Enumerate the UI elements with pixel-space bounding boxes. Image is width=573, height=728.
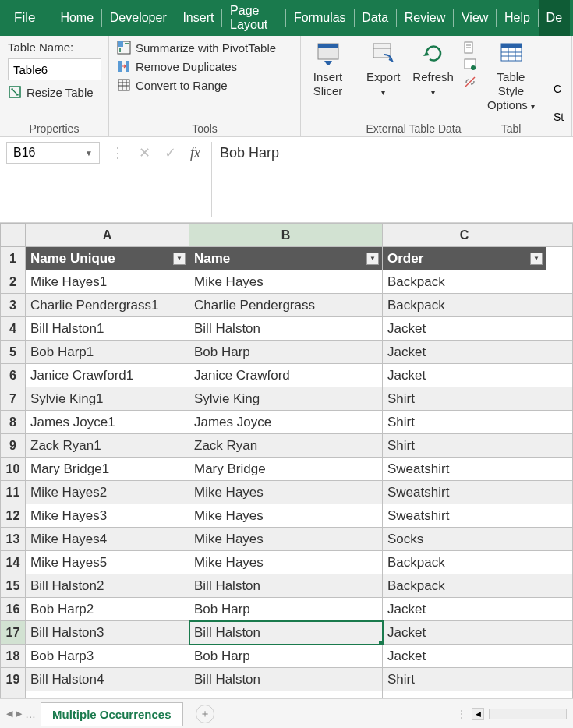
row-header[interactable]: 6 — [1, 364, 26, 387]
cell[interactable]: Mike Hayes — [189, 504, 383, 528]
cell[interactable]: Bob Harp — [189, 598, 383, 621]
table-header-cell[interactable]: Name Unique▼ — [26, 247, 189, 270]
cell[interactable]: Bob Harn — [189, 691, 383, 699]
cell[interactable] — [546, 598, 573, 621]
cell[interactable]: Bill Halston3 — [26, 621, 189, 645]
row-header[interactable]: 1 — [1, 247, 26, 270]
cell[interactable]: Zack Ryan — [189, 434, 383, 458]
cell[interactable]: Mike Hayes1 — [26, 270, 189, 294]
cell[interactable]: Bob Harp1 — [26, 341, 189, 364]
cell[interactable] — [546, 270, 573, 294]
remove-duplicates-button[interactable]: Remove Duplicates — [117, 59, 292, 73]
cell[interactable]: Backpack — [383, 574, 546, 598]
cell[interactable]: Sweatshirt — [383, 504, 546, 528]
cell[interactable] — [546, 504, 573, 528]
cell[interactable]: Mike Hayes — [189, 551, 383, 574]
cell[interactable]: Shirt — [383, 691, 546, 699]
cell[interactable] — [546, 364, 573, 387]
column-header[interactable]: B — [189, 224, 383, 247]
cell[interactable] — [546, 411, 573, 434]
select-all-corner[interactable] — [1, 224, 26, 247]
cell[interactable]: Jacket — [383, 364, 546, 387]
sheet-nav-prev-icon[interactable]: ◀ — [6, 709, 12, 719]
row-header[interactable]: 2 — [1, 270, 26, 294]
cell[interactable] — [546, 528, 573, 551]
cell[interactable]: Jacket — [383, 598, 546, 621]
cell[interactable]: Zack Ryan1 — [26, 434, 189, 458]
ribbon-tab-developer[interactable]: Developer — [102, 0, 175, 36]
cell[interactable]: Backpack — [383, 294, 546, 317]
row-header[interactable]: 11 — [1, 481, 26, 504]
formula-input[interactable]: Bob Harp — [211, 142, 567, 217]
cell[interactable] — [546, 247, 573, 270]
sheet-options-icon[interactable]: ⋮ — [456, 708, 467, 720]
cell[interactable]: Jacket — [383, 341, 546, 364]
filter-dropdown-icon[interactable]: ▼ — [366, 253, 379, 265]
cell[interactable]: Mike Hayes — [189, 528, 383, 551]
cell[interactable]: Mike Hayes5 — [26, 551, 189, 574]
cell[interactable] — [546, 341, 573, 364]
column-header[interactable] — [546, 224, 573, 247]
cell[interactable]: Shirt — [383, 434, 546, 458]
column-header[interactable]: A — [26, 224, 189, 247]
column-header[interactable]: C — [383, 224, 546, 247]
row-header[interactable]: 14 — [1, 551, 26, 574]
cancel-icon[interactable]: ✕ — [139, 144, 150, 161]
cell[interactable]: Bill Halston1 — [26, 317, 189, 341]
cell[interactable]: Charlie Pendergrass — [189, 294, 383, 317]
cell[interactable]: Mike Hayes — [189, 481, 383, 504]
spreadsheet-grid[interactable]: ABC1Name Unique▼Name▼Order▼2Mike Hayes1M… — [0, 223, 573, 698]
cell[interactable] — [546, 481, 573, 504]
sheet-nav-next-icon[interactable]: ▶ — [16, 709, 22, 719]
ribbon-tab-home[interactable]: Home — [52, 0, 101, 36]
export-button[interactable]: Export▾ — [363, 41, 403, 98]
row-header[interactable]: 7 — [1, 387, 26, 411]
cell[interactable]: Sylvie King — [189, 387, 383, 411]
cell[interactable]: Bob Harn4 — [26, 691, 189, 699]
cell[interactable]: Charlie Pendergrass1 — [26, 294, 189, 317]
row-header[interactable]: 17 — [1, 621, 26, 645]
cell[interactable] — [546, 574, 573, 598]
ribbon-tab-formulas[interactable]: Formulas — [286, 0, 354, 36]
cell[interactable]: Bob Harp — [189, 645, 383, 668]
fx-icon[interactable]: fx — [190, 145, 200, 161]
insert-slicer-button[interactable]: InsertSlicer — [309, 41, 347, 98]
horizontal-scrollbar[interactable] — [489, 709, 567, 719]
cell[interactable] — [546, 434, 573, 458]
ribbon-tab-page-layout[interactable]: Page Layout — [222, 0, 285, 36]
row-header[interactable]: 13 — [1, 528, 26, 551]
row-header[interactable]: 20 — [1, 691, 26, 699]
scroll-left-icon[interactable]: ◀ — [472, 708, 484, 720]
cell[interactable] — [546, 387, 573, 411]
cell[interactable]: Jacket — [383, 645, 546, 668]
cell[interactable]: James Joyce1 — [26, 411, 189, 434]
row-header[interactable]: 4 — [1, 317, 26, 341]
row-header[interactable]: 16 — [1, 598, 26, 621]
ribbon-tab-file[interactable]: File — [3, 0, 52, 36]
ribbon-tab-view[interactable]: View — [454, 0, 496, 36]
cell[interactable] — [546, 317, 573, 341]
ribbon-tab-insert[interactable]: Insert — [175, 0, 221, 36]
filter-dropdown-icon[interactable]: ▼ — [530, 253, 543, 265]
cell[interactable]: Mike Hayes — [189, 270, 383, 294]
cell[interactable]: Bob Harp — [189, 341, 383, 364]
cell[interactable]: Mary Bridge — [189, 458, 383, 481]
cell[interactable]: Shirt — [383, 411, 546, 434]
sheet-tab-active[interactable]: Multiple Occurrences — [41, 702, 183, 726]
cell[interactable]: Bill Halston2 — [26, 574, 189, 598]
cell[interactable]: Sweatshirt — [383, 458, 546, 481]
cell[interactable]: Bob Harp2 — [26, 598, 189, 621]
name-box[interactable]: B16▼ — [6, 142, 100, 164]
filter-dropdown-icon[interactable]: ▼ — [173, 253, 186, 265]
cell[interactable] — [546, 551, 573, 574]
cell[interactable] — [546, 294, 573, 317]
cell[interactable]: Backpack — [383, 270, 546, 294]
cell[interactable]: Janice Crawford1 — [26, 364, 189, 387]
truncated-st[interactable]: St — [554, 111, 568, 123]
table-header-cell[interactable]: Name▼ — [189, 247, 383, 270]
convert-range-button[interactable]: Convert to Range — [117, 78, 292, 92]
row-header[interactable]: 10 — [1, 458, 26, 481]
cell[interactable] — [546, 621, 573, 645]
row-header[interactable]: 15 — [1, 574, 26, 598]
cell[interactable]: Jacket — [383, 317, 546, 341]
